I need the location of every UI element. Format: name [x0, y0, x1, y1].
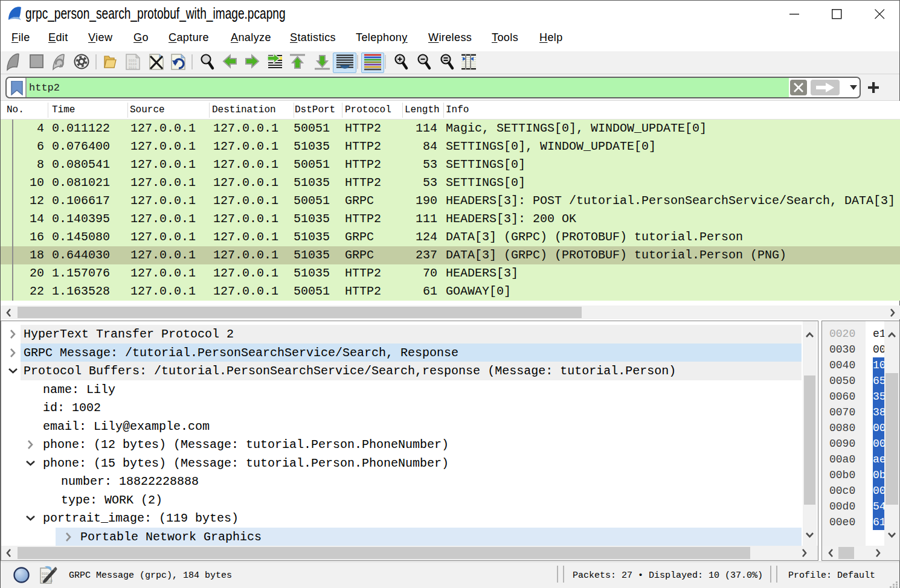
svg-text:0111: 0111 [129, 66, 137, 70]
